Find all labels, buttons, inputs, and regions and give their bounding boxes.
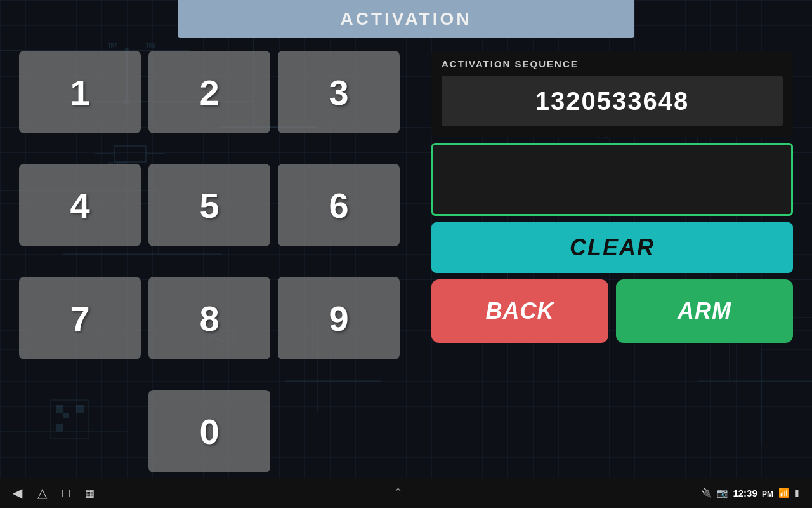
- arm-button[interactable]: ARM: [616, 279, 793, 343]
- key-8[interactable]: 8: [148, 277, 270, 359]
- key-0[interactable]: 0: [148, 390, 270, 472]
- image-icon: 📷: [717, 488, 728, 498]
- page-title: ACTIVATION: [341, 9, 472, 29]
- battery-icon: ▮: [794, 488, 799, 498]
- numpad: 1 2 3 4 5 6 7 8 9 0: [13, 44, 406, 502]
- clear-button[interactable]: CLEAR: [431, 222, 793, 273]
- wifi-icon: 📶: [778, 488, 789, 498]
- sequence-container: ACTIVATION SEQUENCE 1320533648: [431, 51, 793, 137]
- key-empty-left: [19, 390, 141, 472]
- key-7[interactable]: 7: [19, 277, 141, 359]
- android-back-button[interactable]: ◀: [13, 485, 22, 500]
- back-button[interactable]: BACK: [431, 279, 608, 343]
- sequence-value: 1320533648: [535, 87, 689, 116]
- content-area: 1 2 3 4 5 6 7 8 9 0 ACTIVATION SEQUENCE …: [0, 38, 812, 508]
- android-recents-button[interactable]: □: [62, 486, 70, 500]
- sequence-display: 1320533648: [442, 76, 783, 126]
- key-2[interactable]: 2: [148, 51, 270, 133]
- key-9[interactable]: 9: [278, 277, 400, 359]
- android-up-chevron: ⌃: [393, 486, 403, 500]
- status-icons: 🔌 📷 12:39 PM 📶 ▮: [701, 488, 799, 498]
- android-home-button[interactable]: △: [37, 485, 47, 500]
- main-container: ACTIVATION 1 2 3 4 5 6 7 8 9 0 ACTIVATIO…: [0, 0, 812, 508]
- android-qr-button[interactable]: ▦: [85, 487, 95, 499]
- key-1[interactable]: 1: [19, 51, 141, 133]
- sequence-label: ACTIVATION SEQUENCE: [442, 58, 783, 76]
- key-4[interactable]: 4: [19, 164, 141, 246]
- title-bar: ACTIVATION: [178, 0, 634, 38]
- key-6[interactable]: 6: [278, 164, 400, 246]
- key-empty-right: [278, 390, 400, 472]
- key-5[interactable]: 5: [148, 164, 270, 246]
- usb-icon: 🔌: [701, 488, 712, 498]
- key-3[interactable]: 3: [278, 51, 400, 133]
- status-time: 12:39 PM: [733, 488, 773, 498]
- code-input-display[interactable]: [431, 143, 793, 216]
- right-panel: ACTIVATION SEQUENCE 1320533648 CLEAR BAC…: [419, 44, 799, 502]
- status-bar: ◀ △ □ ▦ ⌃ 🔌 📷 12:39 PM 📶 ▮: [0, 478, 812, 508]
- nav-buttons: ◀ △ □ ▦: [13, 485, 95, 500]
- action-row: BACK ARM: [431, 279, 793, 343]
